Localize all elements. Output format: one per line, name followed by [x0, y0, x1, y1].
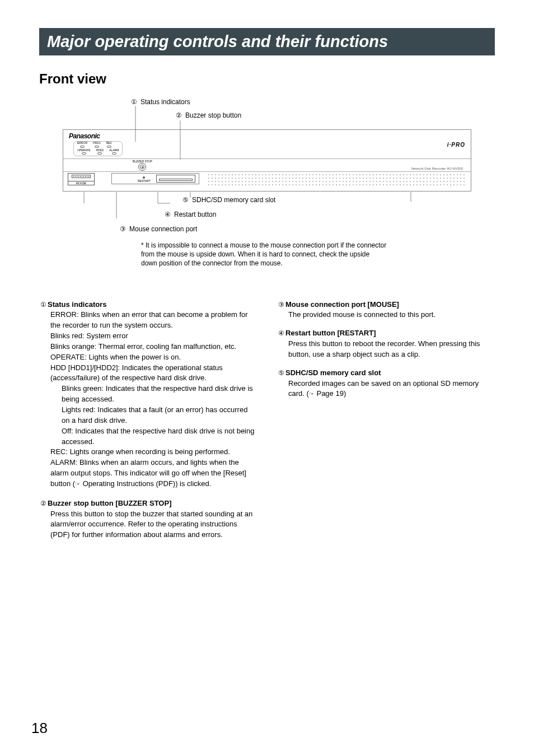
item-4-text: Press this button to reboot the recorder… — [288, 339, 495, 360]
text-off: Indicates that the respective hard disk … — [62, 427, 254, 446]
text-blinks-red: System error — [85, 332, 128, 340]
page-title-band: Major operating controls and their funct… — [39, 28, 495, 55]
led-hdd1: HDD1 — [93, 142, 101, 148]
item-3-text: The provided mouse is connected to this … — [288, 310, 495, 320]
numeral-2: ② — [39, 499, 48, 508]
led-error: ERROR — [77, 142, 87, 148]
reference-icon: ☞ — [309, 390, 315, 397]
manual-page: Major operating controls and their funct… — [0, 0, 534, 756]
numeral-4: ④ — [277, 329, 285, 338]
led-operate: OPERATE — [77, 149, 91, 155]
item-5-text: Recorded images can be saved on an optio… — [288, 379, 495, 400]
label-operate: OPERATE: — [50, 353, 87, 361]
text-blinks-orange: Thermal error, cooling fan malfunction, … — [96, 342, 236, 351]
item-2: ②Buzzer stop button [BUZZER STOP] Press … — [39, 498, 257, 540]
label-blinks-red: Blinks red: — [50, 332, 85, 340]
text-error: Blinks when an error that can become a p… — [50, 310, 248, 329]
callout-status-indicators: ①Status indicators — [130, 98, 471, 106]
mouse-port[interactable]: MOUSE — [68, 173, 95, 185]
reference-icon: ☞ — [75, 480, 81, 487]
text-operate: Lights when the power is on. — [87, 353, 181, 361]
callout-restart: ④Restart button — [163, 211, 471, 218]
label-lights-red: Lights red: — [62, 405, 96, 414]
panel-lower-strip: MOUSE RESTART Network Disk Recorder WJ-N… — [63, 172, 471, 191]
item-2-head: Buzzer stop button [BUZZER STOP] — [48, 499, 171, 507]
brand-logo-panasonic: Panasonic — [69, 132, 123, 140]
callout-label: Status indicators — [140, 98, 190, 106]
model-name-label: Network Disk Recorder WJ-NV200 — [411, 167, 463, 170]
label-error: ERROR: — [50, 310, 79, 319]
buzzer-stop-button[interactable] — [138, 163, 146, 171]
buzzer-stop-label: BUZZER STOP — [133, 160, 152, 163]
callout-mouse-port: ③Mouse connection port — [119, 225, 471, 233]
label-off: Off: — [62, 427, 73, 435]
item-3: ③Mouse connection port [MOUSE] The provi… — [277, 300, 495, 321]
ventilation-grid: Network Disk Recorder WJ-NV200 — [207, 173, 466, 188]
label-blinks-green: Blinks green: — [62, 384, 104, 393]
item-5-head: SDHC/SD memory card slot — [285, 368, 381, 377]
numeral-5: ⑤ — [277, 368, 285, 378]
item-1-head: Status indicators — [48, 300, 106, 309]
text-rec: Lights orange when recording is being pe… — [68, 447, 230, 456]
restart-button[interactable]: RESTART — [138, 176, 151, 183]
device-front-panel: Panasonic ERROR HDD1 REC OPERATE HDD2 — [63, 129, 471, 192]
label-alarm: ALARM: — [50, 458, 77, 466]
item-3-head: Mouse connection port [MOUSE] — [285, 300, 399, 309]
callout-label: Restart button — [174, 211, 216, 218]
item-2-text: Press this button to stop the buzzer tha… — [50, 509, 257, 541]
numeral-2: ② — [175, 111, 183, 119]
sd-card-slot[interactable] — [156, 175, 195, 183]
numeral-4: ④ — [163, 211, 172, 218]
led-alarm: ALARM — [109, 149, 119, 155]
text-alarm-b: Operating Instructions (PDF)) is clicked… — [81, 479, 211, 488]
column-right: ③Mouse connection port [MOUSE] The provi… — [277, 300, 495, 549]
callout-label: SDHC/SD memory card slot — [192, 196, 275, 204]
item-4-head: Restart button [RESTART] — [285, 329, 376, 337]
page-number: 18 — [31, 720, 48, 737]
callout-buzzer-stop: ②Buzzer stop button — [175, 111, 471, 119]
label-rec: REC: — [50, 447, 68, 456]
callout-label: Mouse connection port — [129, 225, 197, 233]
diagram-footnote: * It is impossible to connect a mouse to… — [141, 241, 387, 268]
item-1: ①Status indicators ERROR: Blinks when an… — [39, 300, 257, 489]
callout-label: Buzzer stop button — [185, 111, 241, 119]
front-view-diagram: ①Status indicators ②Buzzer stop button P… — [63, 98, 471, 268]
panel-mid-strip: BUZZER STOP — [63, 158, 471, 172]
callout-sd-slot: ⑤SDHC/SD memory card slot — [181, 196, 471, 204]
label-blinks-orange: Blinks orange: — [50, 342, 96, 351]
section-heading-front-view: Front view — [39, 71, 495, 87]
panel-upper-strip: Panasonic ERROR HDD1 REC OPERATE HDD2 — [63, 130, 471, 158]
brand-logo-ipro: i·PRO — [447, 142, 465, 148]
item-5: ⑤SDHC/SD memory card slot Recorded image… — [277, 368, 495, 400]
led-hdd2: HDD2 — [96, 149, 104, 155]
status-led-block: ERROR HDD1 REC OPERATE HDD2 ALARM — [73, 141, 123, 156]
item-4: ④Restart button [RESTART] Press this but… — [277, 328, 495, 360]
numeral-3: ③ — [119, 225, 127, 233]
numeral-3: ③ — [277, 300, 285, 310]
mouse-port-label: MOUSE — [68, 181, 94, 185]
label-hdd: HDD [HDD1]/[HDD2]: — [50, 363, 120, 372]
numeral-1: ① — [130, 98, 138, 106]
led-rec: REC — [106, 142, 113, 148]
description-columns: ①Status indicators ERROR: Blinks when an… — [39, 300, 495, 549]
numeral-1: ① — [39, 300, 48, 310]
column-left: ①Status indicators ERROR: Blinks when an… — [39, 300, 257, 549]
numeral-5: ⑤ — [181, 196, 190, 204]
